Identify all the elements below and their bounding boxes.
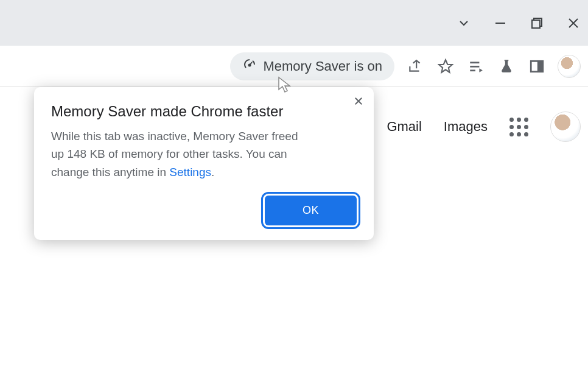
labs-flask-icon[interactable]	[497, 57, 516, 76]
playlist-icon[interactable]	[466, 57, 486, 76]
svg-rect-2	[532, 20, 540, 28]
memory-saver-popup: Memory Saver made Chrome faster While th…	[34, 87, 374, 240]
popup-body: While this tab was inactive, Memory Save…	[51, 127, 313, 181]
svg-rect-10	[470, 69, 475, 71]
memory-saver-chip[interactable]: Memory Saver is on	[230, 52, 394, 80]
page-top-links: Gmail Images	[387, 111, 581, 142]
share-icon[interactable]	[405, 57, 425, 76]
speedometer-icon	[242, 57, 257, 76]
restore-icon[interactable]	[530, 16, 544, 30]
ok-button[interactable]: OK	[265, 196, 357, 225]
gmail-link[interactable]: Gmail	[387, 119, 421, 135]
svg-rect-9	[470, 65, 479, 67]
settings-link[interactable]: Settings	[169, 166, 211, 178]
images-link[interactable]: Images	[444, 119, 488, 135]
chevron-down-icon[interactable]	[457, 16, 471, 30]
svg-rect-12	[538, 61, 543, 71]
close-icon[interactable]	[566, 16, 581, 30]
popup-body-after: .	[211, 166, 214, 178]
svg-marker-7	[439, 60, 452, 72]
popup-close-button[interactable]	[353, 94, 364, 110]
page-content: Gmail Images Memory Saver made Chrome fa…	[0, 87, 588, 385]
profile-avatar-icon[interactable]	[558, 55, 581, 78]
account-avatar-icon[interactable]	[550, 111, 581, 142]
minimize-icon[interactable]	[493, 16, 508, 30]
apps-grid-icon[interactable]	[509, 118, 528, 136]
window-titlebar	[0, 0, 588, 46]
sidepanel-icon[interactable]	[527, 57, 547, 76]
browser-toolbar: Memory Saver is on	[0, 46, 588, 87]
bookmark-star-icon[interactable]	[436, 57, 455, 76]
chip-label: Memory Saver is on	[263, 58, 382, 74]
svg-rect-8	[470, 62, 479, 63]
popup-actions: OK	[51, 196, 357, 225]
popup-title: Memory Saver made Chrome faster	[51, 103, 357, 120]
